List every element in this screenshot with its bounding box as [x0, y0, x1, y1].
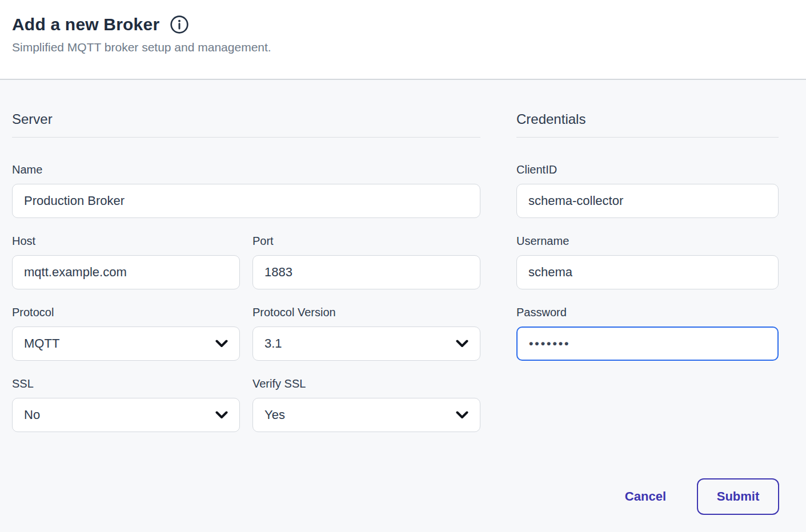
verify-ssl-select[interactable]: Yes — [252, 398, 480, 432]
server-section-heading: Server — [12, 111, 480, 127]
name-input[interactable] — [12, 184, 480, 218]
host-input[interactable] — [12, 255, 240, 289]
chevron-down-icon — [215, 411, 228, 419]
chevron-down-icon — [215, 340, 228, 348]
protocol-select[interactable]: MQTT — [12, 327, 240, 361]
verify-ssl-field-group: Verify SSL Yes — [252, 377, 480, 432]
server-section: Server Name Host Port Protocol — [12, 111, 480, 449]
protocol-version-selected-value: 3.1 — [264, 336, 282, 351]
password-field-group: Password — [516, 306, 779, 361]
username-input[interactable] — [516, 255, 779, 289]
protocol-selected-value: MQTT — [24, 336, 59, 351]
cancel-button[interactable]: Cancel — [625, 489, 666, 504]
name-field-group: Name — [12, 163, 480, 218]
page-title: Add a new Broker — [12, 15, 159, 34]
protocol-version-label: Protocol Version — [252, 306, 480, 319]
client-id-field-group: ClientID — [516, 163, 779, 218]
client-id-input[interactable] — [516, 184, 779, 218]
verify-ssl-selected-value: Yes — [264, 408, 285, 422]
ssl-row: SSL No Verify SSL Yes — [12, 377, 480, 432]
username-label: Username — [516, 235, 779, 248]
port-label: Port — [252, 235, 480, 248]
protocol-version-select[interactable]: 3.1 — [252, 327, 480, 361]
ssl-label: SSL — [12, 377, 240, 390]
chevron-down-icon — [456, 411, 468, 419]
credentials-section: Credentials ClientID Username Password — [516, 111, 779, 377]
ssl-selected-value: No — [24, 408, 40, 422]
form-actions: Cancel Submit — [0, 478, 806, 515]
server-section-divider — [12, 137, 480, 138]
submit-button[interactable]: Submit — [697, 478, 779, 515]
page-header: Add a new Broker Simplified MQTT broker … — [0, 0, 806, 80]
protocol-label: Protocol — [12, 306, 240, 319]
name-label: Name — [12, 163, 480, 176]
port-field-group: Port — [252, 235, 480, 289]
broker-form: Server Name Host Port Protocol — [0, 80, 806, 449]
info-icon[interactable] — [170, 15, 189, 34]
protocol-version-field-group: Protocol Version 3.1 — [252, 306, 480, 361]
username-field-group: Username — [516, 235, 779, 289]
credentials-section-divider — [516, 137, 779, 138]
host-label: Host — [12, 235, 240, 248]
chevron-down-icon — [456, 340, 468, 348]
host-field-group: Host — [12, 235, 240, 289]
page-subtitle: Simplified MQTT broker setup and managem… — [12, 41, 794, 54]
password-label: Password — [516, 306, 779, 319]
credentials-section-heading: Credentials — [516, 111, 779, 127]
password-input[interactable] — [516, 327, 779, 361]
client-id-label: ClientID — [516, 163, 779, 176]
verify-ssl-label: Verify SSL — [252, 377, 480, 390]
protocol-field-group: Protocol MQTT — [12, 306, 240, 361]
host-port-row: Host Port — [12, 235, 480, 289]
add-broker-page: Add a new Broker Simplified MQTT broker … — [0, 0, 806, 532]
ssl-select[interactable]: No — [12, 398, 240, 432]
port-input[interactable] — [252, 255, 480, 289]
ssl-field-group: SSL No — [12, 377, 240, 432]
protocol-row: Protocol MQTT Protocol Version 3.1 — [12, 306, 480, 361]
